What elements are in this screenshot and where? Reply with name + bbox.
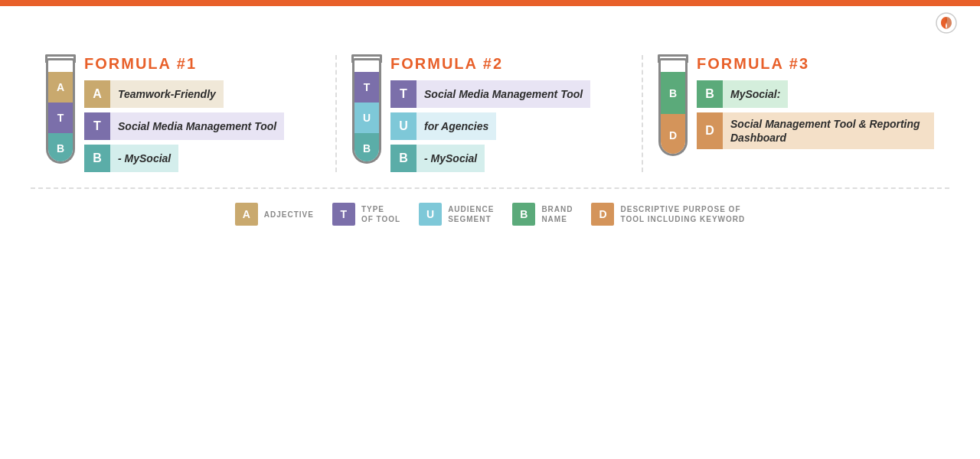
row-letter-D: D <box>697 112 723 149</box>
row-letter-U: U <box>390 112 416 140</box>
tube-top <box>352 58 381 72</box>
tube-segment-D: D <box>661 114 685 156</box>
row-letter-A: A <box>84 80 110 108</box>
legend-badge-B: B <box>512 203 535 226</box>
formula-label-3: FORMULA #3 <box>697 55 934 73</box>
legend-text-D: DESCRIPTIVE PURPOSE OFTOOL INCLUDING KEY… <box>620 204 745 224</box>
formula-row-1-2: TSocial Media Management Tool <box>84 112 320 140</box>
formula-block-1: ATBFORMULA #1ATeamwork-FriendlyTSocial M… <box>31 55 337 172</box>
formula-row-3-2: DSocial Management Tool & Reporting Dash… <box>697 112 934 149</box>
header <box>0 6 980 37</box>
formula-label-2: FORMULA #2 <box>390 55 626 73</box>
tube-segment-T: T <box>354 72 379 103</box>
legend-badge-T: T <box>332 203 355 226</box>
legend-badge-A: A <box>235 203 258 226</box>
legend-item-U: UAUDIENCESEGMENT <box>419 203 494 226</box>
row-text-2-2: for Agencies <box>416 112 496 140</box>
formula-rows-3: BMySocial:DSocial Management Tool & Repo… <box>697 80 934 149</box>
legend-item-A: AADJECTIVE <box>235 203 314 226</box>
formula-rows-1: ATeamwork-FriendlyTSocial Media Manageme… <box>84 80 320 172</box>
test-tube-2: TUB <box>352 58 381 164</box>
tube-segment-T: T <box>48 103 73 133</box>
test-tube-3: BD <box>658 58 688 156</box>
tube-top <box>658 58 688 72</box>
legend-item-T: TTYPEOF TOOL <box>332 203 400 226</box>
row-text-3-1: MySocial: <box>723 80 788 108</box>
row-letter-T: T <box>390 80 416 108</box>
tube-segment-B: B <box>661 72 685 114</box>
tube-segment-A: A <box>48 72 73 103</box>
row-text-1-1: Teamwork-Friendly <box>110 80 224 108</box>
tube-body: TUB <box>352 72 381 164</box>
formula-row-3-1: BMySocial: <box>697 80 934 108</box>
formula-block-3: BDFORMULA #3BMySocial:DSocial Management… <box>643 55 949 156</box>
row-letter-B: B <box>390 145 416 172</box>
tube-body: BD <box>658 72 688 156</box>
test-tube-1: ATB <box>46 58 75 164</box>
row-text-1-2: Social Media Management Tool <box>110 112 284 140</box>
formula-row-2-3: B- MySocial <box>390 145 626 172</box>
legend-item-B: BBRANDNAME <box>512 203 573 226</box>
row-letter-T: T <box>84 112 110 140</box>
formula-row-1-1: ATeamwork-Friendly <box>84 80 320 108</box>
row-text-1-3: - MySocial <box>110 145 178 172</box>
formulas-section: ATBFORMULA #1ATeamwork-FriendlyTSocial M… <box>0 37 980 172</box>
row-letter-B: B <box>697 80 723 108</box>
row-text-2-1: Social Media Management Tool <box>416 80 590 108</box>
legend-section: AADJECTIVETTYPEOF TOOLUAUDIENCESEGMENTBB… <box>31 187 949 226</box>
legend-badge-U: U <box>419 203 442 226</box>
legend-text-A: ADJECTIVE <box>264 210 314 220</box>
formula-content-3: FORMULA #3BMySocial:DSocial Management T… <box>697 55 934 149</box>
formula-block-2: TUBFORMULA #2TSocial Media Management To… <box>337 55 643 172</box>
legend-badge-D: D <box>591 203 614 226</box>
tube-segment-U: U <box>354 103 379 133</box>
tube-segment-B: B <box>48 133 73 164</box>
formula-content-1: FORMULA #1ATeamwork-FriendlyTSocial Medi… <box>84 55 320 172</box>
formula-rows-2: TSocial Media Management ToolUfor Agenci… <box>390 80 626 172</box>
legend-item-D: DDESCRIPTIVE PURPOSE OFTOOL INCLUDING KE… <box>591 203 745 226</box>
formula-content-2: FORMULA #2TSocial Media Management ToolU… <box>390 55 626 172</box>
logo-icon <box>936 12 957 34</box>
formula-row-2-2: Ufor Agencies <box>390 112 626 140</box>
tube-top <box>46 58 75 72</box>
formula-row-2-1: TSocial Media Management Tool <box>390 80 626 108</box>
row-text-2-3: - MySocial <box>416 145 485 172</box>
top-bar <box>0 0 980 6</box>
row-letter-B: B <box>84 145 110 172</box>
formula-label-1: FORMULA #1 <box>84 55 320 73</box>
logo <box>936 12 962 34</box>
legend-text-U: AUDIENCESEGMENT <box>448 204 494 224</box>
row-text-3-2: Social Management Tool & Reporting Dashb… <box>723 112 934 149</box>
legend-text-B: BRANDNAME <box>541 204 573 224</box>
legend-text-T: TYPEOF TOOL <box>361 204 400 224</box>
tube-body: ATB <box>46 72 75 164</box>
tube-segment-B: B <box>354 133 379 164</box>
formula-row-1-3: B- MySocial <box>84 145 320 172</box>
